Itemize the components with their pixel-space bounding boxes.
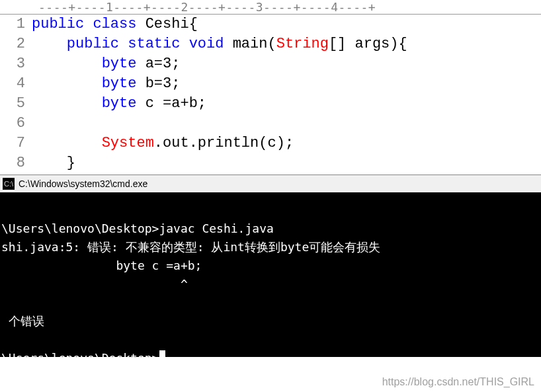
token: public	[67, 36, 119, 52]
terminal-line: ^	[1, 277, 188, 291]
code-editor[interactable]: 1public class Ceshi{2 public static void…	[0, 15, 541, 173]
line-number: 5	[0, 94, 32, 114]
token	[180, 36, 188, 52]
cmd-icon: C:\	[3, 178, 15, 190]
terminal[interactable]: \Users\lenovo\Desktop>javac Ceshi.java s…	[0, 193, 541, 357]
line-number: 4	[0, 74, 32, 94]
token	[32, 95, 102, 112]
watermark: https://blog.csdn.net/THIS_GIRL	[382, 376, 534, 388]
token: Ceshi{	[136, 16, 197, 32]
token: }	[32, 155, 75, 171]
token: byte	[102, 56, 137, 72]
line-number: 1	[0, 15, 32, 34]
token	[32, 56, 102, 72]
code-line[interactable]: 5 byte c =a+b;	[0, 94, 541, 114]
token: public	[32, 16, 84, 32]
editor-ruler: ----+----1----+----2----+----3----+----4…	[0, 0, 541, 15]
code-content[interactable]: public static void main(String[] args){	[32, 34, 407, 54]
code-content[interactable]: byte c =a+b;	[32, 94, 206, 114]
line-number: 7	[0, 134, 32, 153]
token: [] args){	[329, 36, 407, 52]
code-content[interactable]: byte b=3;	[32, 74, 180, 94]
token: a=3;	[136, 56, 180, 72]
token: main(	[224, 36, 276, 52]
code-content[interactable]: }	[32, 153, 75, 173]
terminal-line: shi.java:5: 错误: 不兼容的类型: 从int转换到byte可能会有损…	[1, 240, 380, 254]
line-number: 2	[0, 34, 32, 54]
code-line[interactable]: 4 byte b=3;	[0, 74, 541, 94]
line-number: 6	[0, 114, 32, 134]
token: String	[276, 36, 329, 52]
cmd-titlebar: C:\ C:\Windows\system32\cmd.exe	[0, 175, 541, 193]
token	[32, 36, 67, 52]
code-content[interactable]: public class Ceshi{	[32, 15, 198, 34]
token	[32, 135, 102, 151]
token: byte	[102, 95, 137, 112]
token: void	[189, 36, 224, 52]
terminal-prompt: \Users\lenovo\Desktop>	[1, 351, 159, 357]
token: c =a+b;	[136, 95, 206, 112]
token: static	[128, 36, 180, 52]
token	[32, 75, 102, 92]
terminal-cursor	[159, 350, 165, 357]
ruler-text: ----+----1----+----2----+----3----+----4…	[38, 0, 376, 14]
watermark-text: https://blog.csdn.net/THIS_GIRL	[382, 376, 534, 387]
token: System	[102, 135, 154, 151]
code-line[interactable]: 3 byte a=3;	[0, 54, 541, 74]
code-line[interactable]: 1public class Ceshi{	[0, 15, 541, 34]
token	[84, 16, 93, 32]
token: class	[93, 16, 136, 32]
cmd-title-text: C:\Windows\system32\cmd.exe	[19, 178, 147, 189]
code-content[interactable]: System.out.println(c);	[32, 134, 294, 153]
terminal-line: 个错误	[1, 314, 44, 328]
code-line[interactable]: 7 System.out.println(c);	[0, 134, 541, 153]
code-line[interactable]: 6	[0, 114, 541, 134]
terminal-line: byte c =a+b;	[1, 258, 202, 272]
token	[119, 36, 128, 52]
line-number: 3	[0, 54, 32, 74]
code-line[interactable]: 8 }	[0, 153, 541, 173]
token: b=3;	[136, 75, 180, 92]
code-content[interactable]: byte a=3;	[32, 54, 180, 74]
token: byte	[102, 75, 137, 92]
token: .out.println(c);	[154, 135, 294, 151]
code-line[interactable]: 2 public static void main(String[] args)…	[0, 34, 541, 54]
line-number: 8	[0, 153, 32, 173]
terminal-line: \Users\lenovo\Desktop>javac Ceshi.java	[1, 221, 274, 235]
